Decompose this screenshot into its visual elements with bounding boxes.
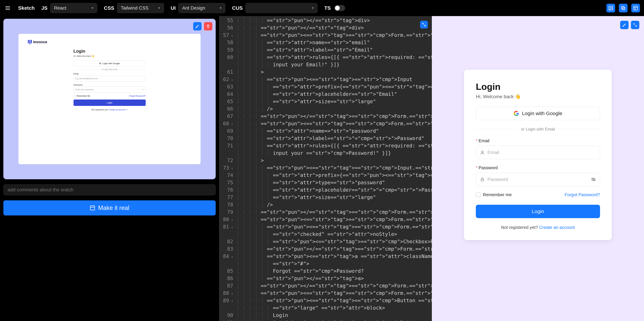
make-it-real-button[interactable]: Make it real: [3, 200, 216, 215]
js-select[interactable]: React ▾: [50, 3, 97, 13]
code-lines: │ │ │ │ │ =="str">"pun"></=="str">"tag">…: [236, 17, 432, 321]
css-value: Tailwind CSS: [121, 5, 148, 11]
svg-rect-10: [90, 206, 95, 210]
login-title: Login: [476, 81, 600, 92]
sketch-label: Sketch: [18, 5, 34, 11]
svg-rect-13: [481, 179, 484, 181]
css-label: CSS: [104, 5, 114, 11]
forgot-password-link[interactable]: Forgot Password?: [564, 192, 600, 197]
password-label: *Password: [476, 165, 600, 170]
js-label: JS: [41, 5, 48, 11]
mock-login-sketch: Invooce Login Hi, Welcome back 👋 G Login…: [18, 34, 200, 164]
brand-name: Invooce: [33, 40, 47, 44]
mock-password-input: Enter your password 👁: [74, 87, 146, 92]
menu-icon[interactable]: [4, 4, 12, 12]
email-label: *Email: [476, 138, 600, 144]
mock-google-button: G Login with Google: [74, 60, 146, 66]
svg-rect-5: [622, 7, 625, 10]
top-toolbar: Sketch JS React ▾ CSS Tailwind CSS ▾ UI …: [0, 0, 644, 16]
mock-forgot-link: Forgot Password?: [129, 95, 146, 97]
chevron-down-icon: ▾: [92, 6, 93, 10]
mock-title: Login: [74, 49, 146, 54]
ui-value: Ant Design: [182, 5, 205, 11]
mock-email-input: E.g. johndoe@email.com: [74, 76, 146, 81]
login-subtitle: Hi, Welcome back 👋: [476, 94, 600, 99]
mock-footer: Not registered yet? Create an account ↗: [74, 109, 146, 111]
remember-checkbox[interactable]: Remember me: [476, 192, 512, 197]
eye-off-icon[interactable]: [591, 177, 596, 182]
ts-label: TS: [324, 5, 331, 11]
create-account-link[interactable]: Create an account: [539, 225, 575, 230]
ui-label: UI: [171, 5, 176, 11]
user-icon: [480, 150, 485, 155]
line-gutter: 5556575859606162636465666768697071727374…: [219, 16, 236, 321]
ui-select[interactable]: Ant Design ▾: [178, 3, 226, 13]
google-icon: [514, 111, 519, 116]
js-value: React: [54, 5, 66, 11]
sketch-panel: Invooce Login Hi, Welcome back 👋 G Login…: [0, 16, 219, 321]
svg-point-12: [482, 151, 483, 153]
password-input[interactable]: [476, 173, 600, 186]
email-input[interactable]: [476, 146, 600, 159]
chevron-down-icon: ▾: [312, 6, 314, 10]
preview-edit-icon[interactable]: [620, 21, 628, 29]
mock-password-label: Password: [74, 84, 146, 86]
code-panel[interactable]: 5556575859606162636465666768697071727374…: [219, 16, 432, 321]
preview-expand-icon[interactable]: [631, 21, 639, 29]
chevron-down-icon: ▾: [158, 6, 160, 10]
mock-login-button: Login: [74, 100, 146, 106]
login-button[interactable]: Login: [476, 205, 600, 218]
chevron-down-icon: ▾: [220, 6, 222, 10]
login-divider: or Login with Email: [476, 127, 600, 132]
svg-rect-7: [634, 6, 638, 10]
brand-logo: Invooce: [28, 40, 191, 44]
comment-input[interactable]: add comments about the sratch: [3, 184, 216, 195]
lock-icon: [480, 177, 485, 182]
css-select[interactable]: Tailwind CSS ▾: [117, 3, 164, 13]
image-icon[interactable]: [606, 4, 615, 12]
preview-panel: Login Hi, Welcome back 👋 Login with Goog…: [432, 16, 644, 321]
login-card: Login Hi, Welcome back 👋 Login with Goog…: [464, 70, 612, 240]
svg-point-4: [610, 7, 610, 8]
mock-email-label: Email: [74, 73, 146, 75]
mock-divider: or Login with Email: [74, 68, 146, 70]
copy-icon[interactable]: [619, 4, 628, 12]
google-login-button[interactable]: Login with Google: [476, 107, 600, 120]
mock-subtitle: Hi, Welcome back 👋: [74, 55, 146, 57]
ts-toggle[interactable]: [334, 5, 345, 11]
mock-remember: Remember Me: [74, 95, 90, 97]
cus-label: CUS: [232, 5, 243, 11]
layout-icon[interactable]: [631, 4, 640, 12]
cus-select[interactable]: ▾: [246, 3, 318, 13]
sketch-board[interactable]: Invooce Login Hi, Welcome back 👋 G Login…: [3, 19, 216, 179]
register-footer: Not registered yet? Create an account: [476, 225, 600, 230]
delete-icon[interactable]: [204, 22, 212, 30]
edit-icon[interactable]: [193, 22, 202, 30]
svg-rect-6: [622, 6, 624, 9]
